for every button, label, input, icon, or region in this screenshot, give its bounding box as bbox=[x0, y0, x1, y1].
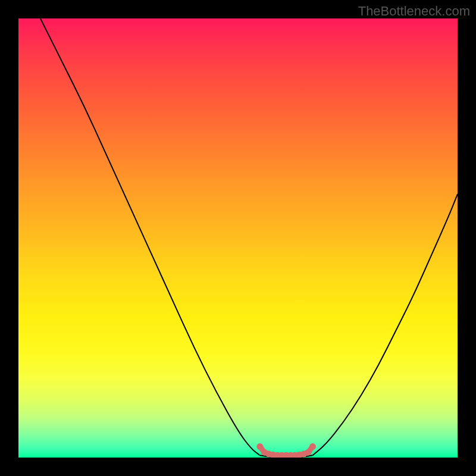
right-curve-path bbox=[312, 194, 458, 455]
valley-marker-dot bbox=[256, 443, 263, 450]
chart-plot-area bbox=[18, 18, 458, 458]
left-curve-path bbox=[40, 18, 260, 455]
valley-marker-dot bbox=[309, 443, 316, 450]
chart-curves bbox=[18, 18, 458, 458]
valley-marker-dot bbox=[305, 449, 312, 456]
watermark-text: TheBottleneck.com bbox=[358, 4, 470, 19]
